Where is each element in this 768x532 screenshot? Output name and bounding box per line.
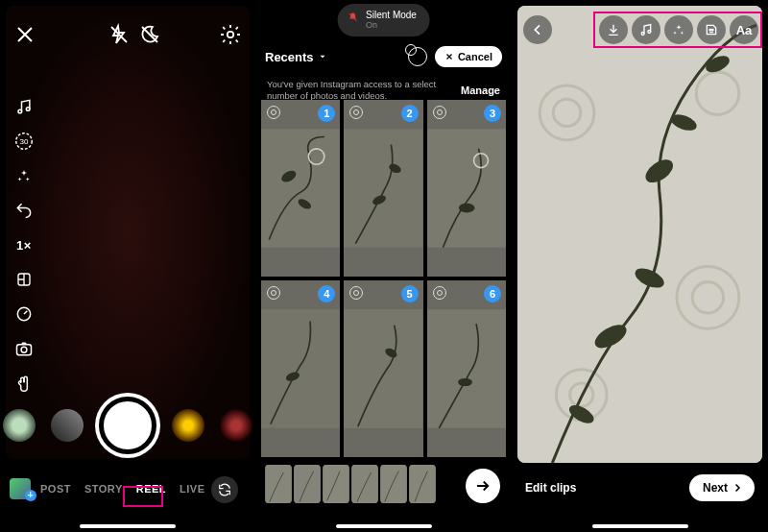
silent-mode-title: Silent Mode — [366, 10, 417, 20]
effect-thumb[interactable] — [172, 409, 204, 442]
add-badge-icon: + — [25, 490, 36, 501]
effect-thumb[interactable] — [220, 409, 252, 442]
layout-icon[interactable] — [13, 269, 35, 290]
cancel-button[interactable]: Cancel — [435, 46, 502, 67]
gallery-picker-screen: Silent Mode On Recents Cancel You've giv… — [255, 0, 512, 532]
effects-icon[interactable] — [13, 165, 35, 186]
svg-point-45 — [648, 31, 651, 34]
settings-icon[interactable] — [219, 23, 242, 46]
svg-rect-18 — [261, 309, 340, 427]
gesture-icon[interactable] — [13, 373, 35, 394]
svg-point-1 — [18, 109, 22, 113]
svg-point-47 — [712, 29, 713, 30]
photo-cell[interactable]: 3 — [427, 100, 506, 277]
svg-rect-12 — [344, 129, 422, 247]
live-photo-icon — [267, 106, 280, 119]
reel-editor-screen: Aa Edit clips Next — [512, 0, 768, 532]
chevron-right-icon — [732, 482, 743, 494]
flip-camera-icon[interactable] — [211, 476, 238, 503]
svg-point-44 — [641, 33, 644, 36]
silent-mode-pill: Silent Mode On — [337, 4, 430, 36]
svg-rect-22 — [427, 309, 506, 428]
sticker-icon — [704, 22, 719, 37]
next-label: Next — [703, 481, 728, 495]
access-message: You've given Instagram access to a selec… — [267, 79, 451, 102]
album-dropdown[interactable]: Recents — [265, 50, 327, 64]
photo-cell[interactable]: 2 — [344, 100, 422, 277]
home-indicator — [80, 524, 176, 528]
preview-canvas — [517, 6, 762, 463]
mode-post[interactable]: POST — [40, 483, 71, 495]
manage-button[interactable]: Manage — [461, 85, 500, 96]
selection-badge: 3 — [484, 105, 501, 122]
album-label: Recents — [265, 50, 314, 64]
svg-rect-15 — [427, 129, 506, 248]
select-multiple-icon[interactable] — [408, 47, 427, 66]
clip-timeline[interactable] — [265, 463, 454, 505]
svg-rect-28 — [381, 465, 407, 503]
text-button[interactable]: Aa — [730, 15, 758, 44]
svg-point-16 — [459, 204, 474, 213]
selection-badge: 6 — [484, 285, 501, 302]
sparkle-icon — [671, 22, 686, 37]
svg-rect-29 — [410, 465, 436, 503]
speed-icon[interactable] — [13, 303, 35, 325]
edit-clips-button[interactable]: Edit clips — [525, 481, 576, 495]
music-button[interactable] — [632, 15, 660, 44]
zoom-label[interactable]: 1× — [13, 234, 35, 255]
bell-off-icon — [347, 12, 358, 23]
next-arrow-button[interactable] — [466, 469, 500, 503]
photo-cell[interactable]: 4 — [261, 280, 340, 457]
photo-grid: 1 2 3 4 5 6 — [261, 100, 506, 457]
cancel-label: Cancel — [458, 51, 492, 62]
photo-cell[interactable]: 6 — [427, 280, 506, 457]
effect-thumb[interactable] — [51, 409, 84, 442]
svg-point-23 — [458, 378, 472, 386]
svg-rect-24 — [266, 465, 292, 503]
svg-rect-26 — [324, 465, 349, 503]
sticker-button[interactable] — [697, 15, 726, 44]
chevron-left-icon — [530, 22, 545, 37]
selection-badge: 5 — [401, 285, 419, 302]
photo-cell[interactable]: 5 — [344, 280, 422, 457]
chevron-down-icon — [318, 52, 327, 61]
svg-point-46 — [709, 29, 710, 30]
effect-thumb[interactable] — [3, 409, 36, 442]
next-button[interactable]: Next — [689, 474, 755, 501]
live-photo-icon — [267, 286, 280, 300]
music-icon[interactable] — [13, 96, 35, 117]
svg-rect-6 — [17, 345, 32, 355]
photo-cell[interactable]: 1 — [261, 100, 340, 277]
back-button[interactable] — [523, 15, 552, 44]
live-photo-icon — [433, 286, 446, 300]
effects-button[interactable] — [664, 15, 693, 44]
svg-point-7 — [21, 347, 27, 352]
night-mode-icon[interactable] — [138, 23, 161, 46]
mode-story[interactable]: STORY — [84, 483, 123, 495]
mode-live[interactable]: LIVE — [180, 483, 204, 495]
home-indicator — [336, 524, 432, 528]
silent-mode-status: On — [366, 20, 417, 31]
music-icon — [638, 22, 654, 37]
home-indicator — [592, 524, 688, 528]
svg-point-0 — [228, 32, 233, 37]
camera-screen: 30 1× + POST STORY REEL LIVE — [0, 0, 255, 532]
close-icon[interactable] — [13, 23, 36, 46]
duration-icon[interactable]: 30 — [13, 131, 35, 152]
svg-rect-27 — [352, 465, 378, 503]
live-photo-icon — [433, 106, 446, 119]
camera-sidebar: 30 1× — [10, 96, 38, 394]
undo-icon[interactable] — [13, 200, 35, 221]
mode-reel[interactable]: REEL — [136, 483, 166, 495]
shutter-button[interactable] — [99, 397, 156, 454]
download-button[interactable] — [599, 15, 628, 44]
close-icon — [444, 52, 454, 61]
flash-off-icon[interactable] — [108, 23, 131, 46]
selection-badge: 2 — [401, 105, 419, 122]
svg-point-2 — [26, 108, 30, 111]
camera-icon[interactable] — [13, 338, 35, 359]
download-icon — [606, 22, 621, 37]
svg-rect-20 — [344, 309, 422, 427]
text-icon: Aa — [736, 23, 753, 37]
